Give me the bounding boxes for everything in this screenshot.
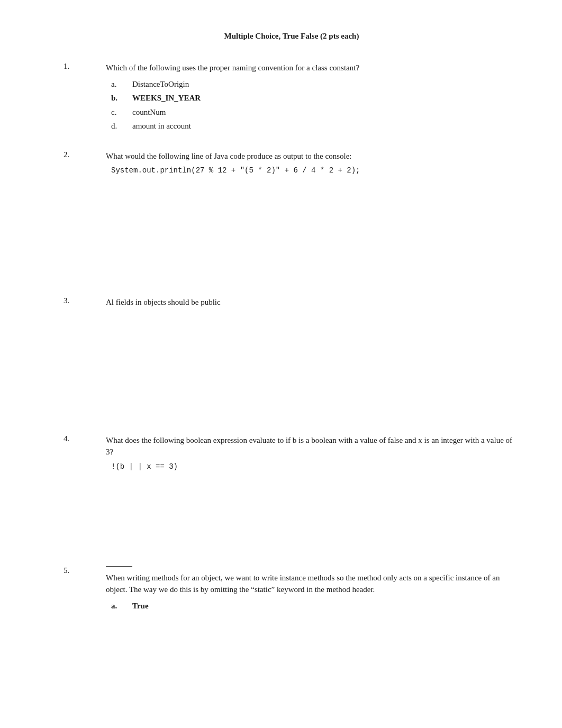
question-4: 4. What does the following boolean expre… [64, 434, 520, 550]
question-2: 2. What would the following line of Java… [64, 150, 520, 281]
question-3-answer-space [106, 313, 520, 418]
question-4-answer-space [106, 471, 520, 550]
option-a-text-q5: True [132, 600, 149, 612]
question-3: 3. Al fields in objects should be public [64, 296, 520, 418]
question-1-options: a. DistanceToOrigin b. WEEKS_IN_YEAR c. … [111, 78, 520, 132]
question-1-option-d: d. amount in account [111, 120, 520, 132]
question-5: 5. When writing methods for an object, w… [64, 566, 520, 614]
option-d-label: d. [111, 120, 132, 132]
question-5-blank-line [106, 566, 132, 567]
question-4-code: !(b | | x == 3) [111, 462, 520, 471]
option-a-label-q5: a. [111, 600, 132, 612]
question-4-text: What does the following boolean expressi… [106, 434, 520, 458]
question-2-answer-space [106, 175, 520, 280]
question-5-number: 5. [64, 566, 106, 575]
option-d-text: amount in account [132, 120, 191, 132]
question-2-code: System.out.println(27 % 12 + "(5 * 2)" +… [111, 166, 520, 175]
question-2-number: 2. [64, 150, 106, 159]
page-title: Multiple Choice, True False (2 pts each) [224, 32, 359, 40]
option-b-label: b. [111, 92, 132, 104]
question-1: 1. Which of the following uses the prope… [64, 62, 520, 134]
page-header: Multiple Choice, True False (2 pts each) [64, 32, 520, 41]
question-5-option-a: a. True [111, 600, 520, 612]
option-c-label: c. [111, 106, 132, 119]
question-1-number: 1. [64, 62, 106, 71]
question-1-option-c: c. countNum [111, 106, 520, 119]
question-5-options: a. True [111, 600, 520, 612]
question-2-content: What would the following line of Java co… [106, 150, 520, 281]
question-4-content: What does the following boolean expressi… [106, 434, 520, 550]
question-5-content: When writing methods for an object, we w… [106, 566, 520, 614]
option-b-text: WEEKS_IN_YEAR [132, 92, 201, 104]
question-3-content: Al fields in objects should be public [106, 296, 520, 418]
question-1-option-a: a. DistanceToOrigin [111, 78, 520, 90]
option-a-text: DistanceToOrigin [132, 78, 189, 90]
question-3-number: 3. [64, 296, 106, 305]
question-5-text: When writing methods for an object, we w… [106, 572, 520, 596]
question-1-text: Which of the following uses the proper n… [106, 62, 520, 74]
question-2-text: What would the following line of Java co… [106, 150, 520, 162]
question-3-text: Al fields in objects should be public [106, 296, 520, 308]
option-a-label: a. [111, 78, 132, 90]
question-1-content: Which of the following uses the proper n… [106, 62, 520, 134]
option-c-text: countNum [132, 106, 166, 119]
question-4-number: 4. [64, 434, 106, 443]
question-1-option-b: b. WEEKS_IN_YEAR [111, 92, 520, 104]
